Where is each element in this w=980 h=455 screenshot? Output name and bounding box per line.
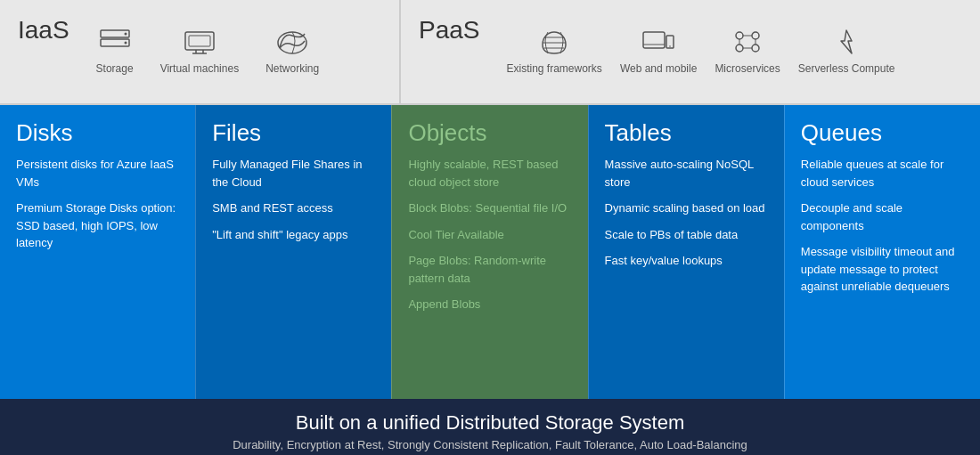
iaas-item-vm: Virtual machines [160,28,240,75]
col-tables: Tables Massive auto-scaling NoSQL store … [588,105,784,399]
vm-icon [184,28,216,57]
frameworks-label: Existing frameworks [507,62,602,75]
col-disks: Disks Persistent disks for Azure IaaS VM… [0,105,195,399]
col-objects: Objects Highly scalable, REST based clou… [391,105,587,399]
tables-point-2: Scale to PBs of table data [605,226,768,244]
disks-title: Disks [16,119,179,147]
footer-title: Built on a unified Distributed Storage S… [18,411,962,435]
paas-item-frameworks: Existing frameworks [507,28,602,75]
svg-rect-4 [185,32,214,50]
objects-point-2: Cool Tier Available [408,226,571,244]
storage-icon [99,28,131,57]
svg-point-2 [124,33,127,36]
tables-title: Tables [605,119,768,147]
serverless-label: Serverless Compute [798,62,895,75]
svg-point-16 [669,45,671,47]
iaas-item-network: Networking [265,28,319,75]
web-icon [641,28,675,57]
svg-point-19 [736,45,743,52]
serverless-icon [834,28,859,57]
footer: Built on a unified Distributed Storage S… [0,399,980,455]
paas-label: PaaS [419,9,480,45]
micro-label: Microservices [715,62,780,75]
main-content: Disks Persistent disks for Azure IaaS VM… [0,105,980,399]
queues-point-2: Message visibility timeout and update me… [801,243,964,296]
paas-item-web: Web and mobile [620,28,698,75]
files-point-0: Fully Managed File Shares in the Cloud [212,156,375,191]
svg-point-17 [736,32,743,39]
files-title: Files [212,119,375,147]
queues-body: Reliable queues at scale for cloud servi… [801,156,964,296]
top-bar: IaaS Storage [0,0,980,105]
storage-label: Storage [96,62,134,75]
svg-point-20 [752,45,759,52]
col-files: Files Fully Managed File Shares in the C… [195,105,391,399]
disks-body: Persistent disks for Azure IaaS VMs Prem… [16,156,179,252]
paas-items: Existing frameworks Web and mobile [507,28,895,75]
web-label: Web and mobile [620,62,698,75]
iaas-section: IaaS Storage [0,0,401,103]
svg-rect-5 [189,36,210,46]
iaas-label: IaaS [18,9,69,45]
paas-item-serverless: Serverless Compute [798,28,895,75]
objects-point-3: Page Blobs: Random-write pattern data [408,252,571,287]
footer-subtitle: Durability, Encryption at Rest, Strongly… [18,438,962,451]
paas-section: PaaS Existing frameworks [401,0,980,103]
queues-point-0: Reliable queues at scale for cloud servi… [801,156,964,191]
files-point-1: SMB and REST access [212,199,375,217]
objects-point-1: Block Blobs: Sequential file I/O [408,199,571,217]
objects-title: Objects [408,119,571,147]
svg-point-3 [124,42,127,45]
iaas-items: Storage Virtual machines [96,28,320,75]
tables-point-1: Dynamic scaling based on load [605,199,768,217]
disks-point-1: Premium Storage Disks option: SSD based,… [16,199,179,252]
disks-point-0: Persistent disks for Azure IaaS VMs [16,156,179,191]
vm-label: Virtual machines [160,62,240,75]
paas-item-micro: Microservices [715,28,780,75]
tables-point-0: Massive auto-scaling NoSQL store [605,156,768,191]
tables-point-3: Fast key/value lookups [605,252,768,270]
svg-rect-13 [643,32,665,48]
files-point-2: "Lift and shift" legacy apps [212,226,375,244]
network-icon [276,28,308,57]
network-label: Networking [265,62,319,75]
objects-body: Highly scalable, REST based cloud object… [408,156,571,313]
frameworks-icon [539,28,569,57]
objects-point-0: Highly scalable, REST based cloud object… [408,156,571,191]
micro-icon [732,28,763,57]
queues-point-1: Decouple and scale components [801,199,964,234]
svg-marker-25 [841,30,852,53]
iaas-item-storage: Storage [96,28,134,75]
files-body: Fully Managed File Shares in the Cloud S… [212,156,375,243]
col-queues: Queues Reliable queues at scale for clou… [784,105,980,399]
objects-point-4: Append Blobs [408,296,571,313]
svg-point-18 [752,32,759,39]
tables-body: Massive auto-scaling NoSQL store Dynamic… [605,156,768,270]
queues-title: Queues [801,119,964,147]
